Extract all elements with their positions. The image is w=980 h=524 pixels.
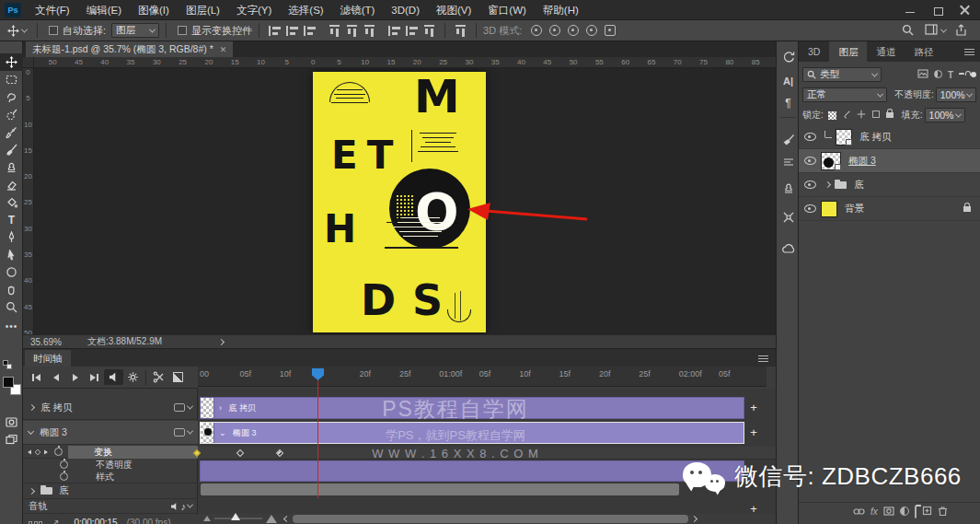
minimize-button[interactable] <box>905 5 916 16</box>
eyedropper-tool[interactable] <box>0 123 23 141</box>
auto-select-checkbox[interactable] <box>49 26 58 35</box>
align-right-icon[interactable] <box>364 25 375 37</box>
group-expand-icon[interactable] <box>824 181 831 188</box>
next-keyframe-icon[interactable] <box>44 449 48 454</box>
track-bar-track1[interactable]: › 底 拷贝 <box>200 397 744 419</box>
screen-mode-icon[interactable] <box>0 431 23 448</box>
menu-item[interactable]: 编辑(E) <box>78 0 130 20</box>
align-left-icon[interactable] <box>329 25 340 37</box>
adjustment-layer-icon[interactable] <box>900 507 909 518</box>
flatten-arrow-icon[interactable]: ↗ <box>52 518 59 524</box>
paragraph-panel-icon[interactable]: ¶ <box>777 93 800 113</box>
brushes-panel-icon[interactable] <box>777 152 800 172</box>
track-bar-audio[interactable] <box>201 483 679 495</box>
default-colors-icon[interactable] <box>3 360 12 369</box>
workspace-switcher-icon[interactable] <box>925 24 938 37</box>
quick-selection-tool[interactable] <box>0 106 23 123</box>
gradient-tool[interactable] <box>0 193 23 211</box>
blend-mode-dropdown[interactable]: 正常 <box>802 87 887 102</box>
stopwatch-icon[interactable] <box>60 472 68 481</box>
marquee-tool[interactable] <box>0 71 23 88</box>
timeline-row-style[interactable]: 样式 <box>23 471 198 483</box>
tab-3d[interactable]: 3D <box>799 41 829 62</box>
timeline-row-opacity[interactable]: 不透明度 <box>23 459 198 471</box>
share-icon[interactable] <box>955 24 967 38</box>
tab-layers[interactable]: 图层 <box>829 41 867 62</box>
menu-item[interactable]: 3D(D) <box>383 0 428 20</box>
type-tool[interactable]: T <box>0 211 23 228</box>
zoom-level[interactable]: 35.69% <box>30 337 62 347</box>
quick-mask-icon[interactable] <box>0 413 23 431</box>
visibility-eye-icon[interactable] <box>804 157 816 165</box>
pen-tool[interactable] <box>0 228 23 246</box>
menu-item[interactable]: 图像(I) <box>130 0 178 20</box>
distribute-horizontal-icon[interactable] <box>406 26 418 36</box>
menu-item[interactable]: 视图(V) <box>428 0 479 20</box>
render-quality-icon[interactable] <box>29 521 42 524</box>
search-icon[interactable] <box>902 24 914 38</box>
next-frame-button[interactable] <box>85 369 104 385</box>
track-options-icon[interactable] <box>174 428 185 437</box>
track-bar-group[interactable] <box>200 460 744 482</box>
menu-item[interactable]: 文字(Y) <box>228 0 280 20</box>
add-media-button[interactable]: + <box>748 403 759 413</box>
filter-type-layer-icon[interactable]: T <box>948 70 953 80</box>
panel-menu-icon[interactable] <box>964 49 974 55</box>
status-chevron-icon[interactable] <box>218 338 225 344</box>
timeline-menu-icon[interactable] <box>758 355 768 362</box>
creative-cloud-icon[interactable] <box>777 239 800 259</box>
visibility-eye-icon[interactable] <box>804 180 816 189</box>
link-layers-icon[interactable] <box>853 507 865 518</box>
align-bottom-icon[interactable] <box>304 26 316 36</box>
tool-preset-caret-icon[interactable] <box>21 26 28 32</box>
add-keyframe-icon[interactable] <box>35 448 41 455</box>
foreground-background-swatches[interactable] <box>3 377 21 395</box>
zoom-out-icon[interactable] <box>203 516 211 521</box>
tool-presets-panel-icon[interactable] <box>777 207 800 227</box>
brush-tool[interactable] <box>0 141 23 158</box>
add-media-button[interactable]: + <box>748 428 759 437</box>
lock-paint-icon[interactable] <box>842 110 851 121</box>
menu-item[interactable]: 图层(L) <box>178 0 228 20</box>
auto-align-icon[interactable] <box>455 25 466 37</box>
menu-item[interactable]: 窗口(W) <box>479 0 535 20</box>
layer-row-background[interactable]: 背景 <box>799 197 980 221</box>
3d-slide-icon[interactable] <box>586 25 597 36</box>
document-tab-close-icon[interactable]: ✕ <box>220 45 227 54</box>
lasso-tool[interactable] <box>0 88 23 106</box>
filter-pixel-layer-icon[interactable] <box>917 69 928 80</box>
document-tab[interactable]: 未标题-1.psd @ 35.7% (椭圆 3, RGB/8#) * ✕ <box>26 41 233 57</box>
visibility-eye-icon[interactable] <box>804 133 816 141</box>
filter-adjustment-icon[interactable] <box>934 69 942 80</box>
timeline-row-group[interactable]: 底 <box>23 483 198 499</box>
opacity-dropdown[interactable]: 100% <box>936 87 976 102</box>
track-bar-track2[interactable]: ⌄ 椭圆 3 <box>200 422 744 444</box>
layer-thumbnail[interactable] <box>821 152 841 170</box>
track-options-icon[interactable] <box>174 403 185 412</box>
align-middle-icon[interactable] <box>286 26 298 36</box>
timeline-row-transform[interactable]: 变换 <box>23 446 198 459</box>
fill-dropdown[interactable]: 100% <box>925 108 965 122</box>
play-button[interactable] <box>65 369 85 385</box>
first-frame-button[interactable] <box>27 369 46 385</box>
3d-pan-icon[interactable] <box>568 25 579 36</box>
menu-item[interactable]: 滤镜(T) <box>332 0 384 20</box>
timeline-scrollbar[interactable] <box>293 515 688 523</box>
zoom-tool[interactable] <box>0 298 23 316</box>
menu-item[interactable]: 选择(S) <box>280 0 331 20</box>
3d-roll-icon[interactable] <box>549 25 560 36</box>
ellipse-shape-tool[interactable] <box>0 263 23 281</box>
stopwatch-icon[interactable] <box>60 460 68 469</box>
ruler-corner[interactable] <box>23 57 34 68</box>
layer-thumbnail[interactable] <box>836 129 852 146</box>
lock-artboard-icon[interactable] <box>871 110 881 121</box>
music-note-icon[interactable]: ♪ <box>181 501 187 512</box>
add-mask-icon[interactable] <box>883 507 894 518</box>
timeline-zoom-slider[interactable] <box>214 518 262 519</box>
tab-channels[interactable]: 通道 <box>867 41 905 62</box>
prev-keyframe-icon[interactable] <box>28 449 31 454</box>
show-transform-checkbox[interactable] <box>178 26 187 35</box>
previous-frame-button[interactable] <box>46 369 65 385</box>
distribute-vertical-icon[interactable] <box>388 26 400 36</box>
filter-toggle-icon[interactable] <box>971 72 976 77</box>
